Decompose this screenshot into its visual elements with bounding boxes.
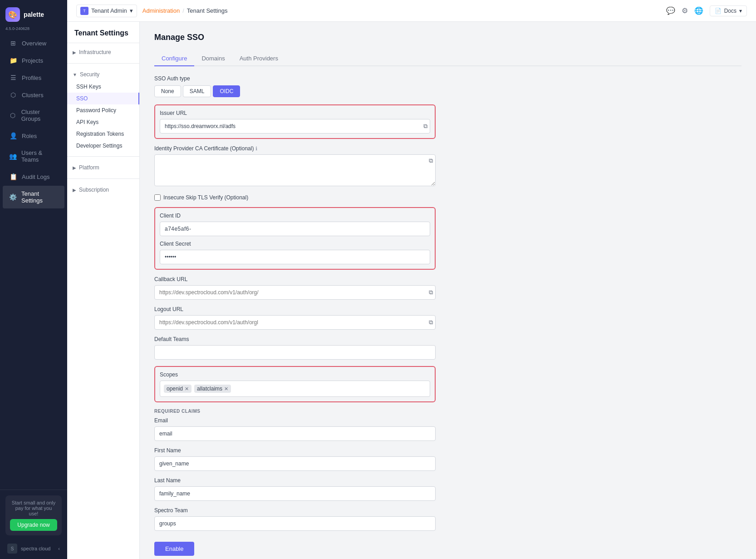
subscription-section: ▶ Subscription <box>67 181 139 199</box>
nav-api-keys[interactable]: API Keys <box>67 116 139 128</box>
first-name-input[interactable] <box>154 456 436 471</box>
breadcrumb: Administration / Tenant Settings <box>142 7 661 14</box>
platform-chevron: ▶ <box>73 165 76 170</box>
issuer-url-copy-button[interactable]: ⧉ <box>423 123 427 130</box>
sidebar-item-projects[interactable]: 📁 Projects <box>3 52 64 69</box>
nav-sso[interactable]: SSO <box>67 93 139 104</box>
logout-url-input-wrapper: ⧉ <box>154 315 436 330</box>
logout-url-group: Logout URL ⧉ <box>154 306 436 330</box>
email-input[interactable] <box>154 426 436 441</box>
callback-url-input[interactable] <box>154 285 436 300</box>
infrastructure-label: Infrastructure <box>79 49 111 55</box>
password-policy-label: Password Policy <box>76 107 116 114</box>
tab-configure[interactable]: Configure <box>154 51 194 66</box>
default-teams-input[interactable] <box>154 345 436 360</box>
tenant-selector[interactable]: T Tenant Admin ▾ <box>76 5 137 17</box>
main-area: T Tenant Admin ▾ Administration / Tenant… <box>67 0 756 559</box>
security-group[interactable]: ▼ Security <box>67 68 139 81</box>
upgrade-button[interactable]: Upgrade now <box>10 519 57 531</box>
nav-registration-tokens[interactable]: Registration Tokens <box>67 128 139 140</box>
platform-group[interactable]: ▶ Platform <box>67 161 139 174</box>
auth-option-oidc[interactable]: OIDC <box>213 85 240 97</box>
sidebar-item-profiles[interactable]: ☰ Profiles <box>3 69 64 86</box>
security-section: ▼ Security SSH Keys SSO Password Policy … <box>67 65 139 154</box>
subscription-label: Subscription <box>79 187 109 193</box>
settings-icon[interactable]: ⚙ <box>682 6 688 15</box>
scope-tag-openid: openid ✕ <box>164 385 191 393</box>
second-sidebar: Tenant Settings ▶ Infrastructure ▼ Secur… <box>67 22 140 559</box>
nav-ssh-keys[interactable]: SSH Keys <box>67 81 139 93</box>
sidebar-brand: S spectra cloud ‹ <box>5 540 62 554</box>
client-secret-input[interactable] <box>160 250 430 264</box>
scopes-group: Scopes openid ✕ allatclaims ✕ <box>160 371 430 397</box>
docs-button[interactable]: 📄 Docs ▾ <box>710 5 747 16</box>
sidebar-item-roles[interactable]: 👤 Roles <box>3 128 64 144</box>
issuer-url-input[interactable] <box>160 119 430 134</box>
tab-auth-providers[interactable]: Auth Providers <box>232 51 285 66</box>
sidebar-item-label: Tenant Settings <box>21 190 58 204</box>
tab-domains[interactable]: Domains <box>194 51 232 66</box>
scopes-tags-input[interactable]: openid ✕ allatclaims ✕ <box>160 381 430 397</box>
sidebar-bottom: Start small and only pay for what you us… <box>0 490 67 559</box>
auth-option-none[interactable]: None <box>154 85 181 97</box>
sidebar-item-tenant-settings[interactable]: ⚙️ Tenant Settings <box>3 186 64 208</box>
docs-label: Docs <box>724 8 736 14</box>
brand-name: spectra cloud <box>21 546 50 551</box>
roles-icon: 👤 <box>9 132 17 139</box>
sidebar-item-audit-logs[interactable]: 📋 Audit Logs <box>3 168 64 185</box>
breadcrumb-sep: / <box>182 7 184 14</box>
identity-provider-copy-button[interactable]: ⧉ <box>429 157 433 164</box>
spectro-team-label: Spectro Team <box>154 507 436 514</box>
nav-password-policy[interactable]: Password Policy <box>67 104 139 116</box>
scope-tag-openid-remove[interactable]: ✕ <box>185 386 189 392</box>
tab-configure-label: Configure <box>162 55 187 62</box>
client-id-input[interactable] <box>160 222 430 236</box>
auth-type-group: None SAML OIDC <box>154 85 436 97</box>
breadcrumb-root[interactable]: Administration <box>142 7 180 14</box>
last-name-input[interactable] <box>154 486 436 501</box>
form-section: SSO Auth type None SAML OIDC Issuer URL … <box>154 75 436 556</box>
identity-provider-textarea[interactable] <box>154 154 436 186</box>
sidebar-item-overview[interactable]: ⊞ Overview <box>3 35 64 51</box>
client-id-group: Client ID <box>160 213 430 236</box>
subscription-group[interactable]: ▶ Subscription <box>67 183 139 196</box>
spectro-team-group: Spectro Team <box>154 507 436 531</box>
scope-tag-allatclaims-remove[interactable]: ✕ <box>224 386 228 392</box>
sidebar-item-label: Roles <box>22 133 37 139</box>
enable-button[interactable]: Enable <box>154 542 194 556</box>
first-name-label: First Name <box>154 447 436 454</box>
tab-domains-label: Domains <box>201 55 225 62</box>
default-teams-label: Default Teams <box>154 336 436 342</box>
email-label: Email <box>154 417 436 424</box>
sidebar-item-cluster-groups[interactable]: ⬡ Cluster Groups <box>3 104 64 127</box>
sidebar-item-clusters[interactable]: ⬡ Clusters <box>3 87 64 103</box>
logout-url-copy-button[interactable]: ⧉ <box>429 319 433 326</box>
callback-url-label: Callback URL <box>154 276 436 282</box>
api-keys-label: API Keys <box>76 119 98 125</box>
spectro-team-input[interactable] <box>154 516 436 531</box>
required-claims-label: REQUIRED CLAIMS <box>154 409 436 414</box>
logo-text: palette <box>24 11 44 18</box>
tabs: Configure Domains Auth Providers <box>154 51 741 66</box>
collapse-icon[interactable]: ‹ <box>58 546 60 551</box>
registration-tokens-label: Registration Tokens <box>76 131 124 137</box>
globe-icon[interactable]: 🌐 <box>694 6 703 15</box>
callback-url-input-wrapper: ⧉ <box>154 285 436 300</box>
issuer-url-group: Issuer URL ⧉ <box>160 110 430 134</box>
scopes-label: Scopes <box>160 371 430 378</box>
tenant-settings-icon: ⚙️ <box>9 193 17 201</box>
callback-url-copy-button[interactable]: ⧉ <box>429 289 433 296</box>
clusters-icon: ⬡ <box>9 91 17 99</box>
audit-logs-icon: 📋 <box>9 173 17 180</box>
sidebar-item-users-teams[interactable]: 👥 Users & Teams <box>3 145 64 168</box>
breadcrumb-current: Tenant Settings <box>187 7 228 14</box>
insecure-skip-checkbox[interactable] <box>154 194 161 201</box>
divider-3 <box>67 178 139 179</box>
sso-auth-type-label: SSO Auth type <box>154 75 436 82</box>
logout-url-input[interactable] <box>154 315 436 330</box>
issuer-url-highlight: Issuer URL ⧉ <box>154 104 436 139</box>
infrastructure-group[interactable]: ▶ Infrastructure <box>67 46 139 59</box>
chat-icon[interactable]: 💬 <box>666 6 675 15</box>
nav-developer-settings[interactable]: Developer Settings <box>67 140 139 152</box>
auth-option-saml[interactable]: SAML <box>183 85 211 97</box>
